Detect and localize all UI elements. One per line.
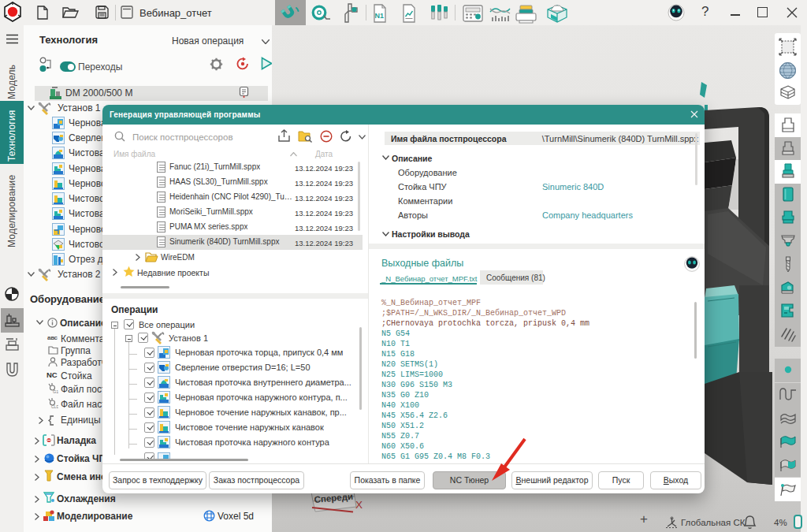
svg-text:X: X (355, 499, 363, 511)
svg-text:G1: G1 (53, 389, 58, 394)
svg-text:N1: N1 (375, 12, 385, 20)
svg-text:CLD: CLD (51, 404, 58, 408)
